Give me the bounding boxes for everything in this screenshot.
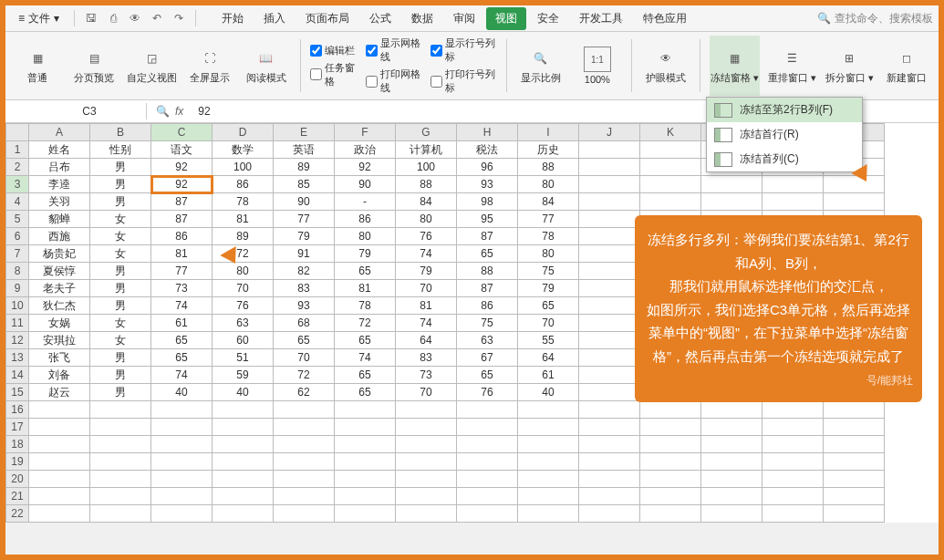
cell[interactable] (701, 176, 762, 193)
cell[interactable]: 男 (90, 159, 151, 176)
cell[interactable] (579, 505, 640, 523)
cell[interactable] (29, 471, 90, 488)
search-input[interactable]: 查找命令、搜索模板 (835, 11, 933, 26)
cell[interactable]: 81 (151, 245, 213, 263)
col-header[interactable]: C (151, 124, 213, 141)
cell[interactable]: 100 (396, 159, 457, 176)
cell[interactable]: 女娲 (29, 315, 90, 332)
cell[interactable]: 76 (457, 384, 518, 401)
cell[interactable]: 88 (457, 263, 518, 280)
cell[interactable]: 政治 (335, 141, 396, 159)
cell[interactable] (213, 419, 274, 436)
row-header[interactable]: 17 (6, 419, 29, 436)
cell[interactable]: 86 (457, 297, 518, 315)
print-icon[interactable]: ⎙ (104, 9, 122, 27)
cell[interactable] (579, 436, 640, 453)
cell[interactable]: 82 (274, 263, 335, 280)
cell[interactable]: 70 (396, 384, 457, 401)
cell[interactable]: 80 (396, 211, 457, 228)
cell[interactable]: 93 (274, 297, 335, 315)
cell[interactable]: 张飞 (29, 349, 90, 367)
cell[interactable]: 80 (335, 228, 396, 245)
cell[interactable] (701, 471, 762, 488)
cell[interactable] (824, 401, 885, 419)
cell[interactable] (274, 401, 335, 419)
cell[interactable] (518, 471, 579, 488)
cell[interactable] (518, 488, 579, 505)
cell[interactable] (274, 505, 335, 523)
cell[interactable] (579, 488, 640, 505)
cell[interactable] (824, 453, 885, 471)
tab-review[interactable]: 审阅 (444, 7, 484, 30)
cell[interactable] (90, 471, 151, 488)
cell[interactable] (90, 436, 151, 453)
cell[interactable]: 语文 (151, 141, 213, 159)
cell[interactable]: 68 (274, 315, 335, 332)
cell[interactable] (396, 488, 457, 505)
cell[interactable] (640, 401, 701, 419)
cell[interactable]: 女 (90, 228, 151, 245)
tab-insert[interactable]: 插入 (254, 7, 295, 30)
cell[interactable]: 65 (335, 367, 396, 384)
cell[interactable] (90, 401, 151, 419)
cell[interactable] (151, 488, 213, 505)
cell[interactable] (579, 176, 640, 193)
row-header[interactable]: 5 (6, 211, 29, 228)
cell[interactable]: 61 (151, 315, 213, 332)
cell[interactable]: 86 (151, 228, 213, 245)
freeze-to-cell[interactable]: 冻结至第2行B列(F) (707, 98, 862, 122)
cell[interactable]: 77 (518, 211, 579, 228)
cell[interactable]: 74 (151, 367, 213, 384)
row-header[interactable]: 20 (6, 471, 29, 488)
cell[interactable] (457, 488, 518, 505)
cell[interactable]: 74 (335, 349, 396, 367)
cell[interactable] (640, 488, 701, 505)
cell[interactable]: 男 (90, 280, 151, 297)
view-normal[interactable]: ▦普通 (13, 36, 62, 96)
cell[interactable] (701, 488, 762, 505)
cell[interactable] (762, 453, 824, 471)
cell[interactable] (579, 419, 640, 436)
cell[interactable]: 70 (396, 280, 457, 297)
cell[interactable] (274, 436, 335, 453)
cell[interactable]: 杨贵妃 (29, 245, 90, 263)
cell[interactable] (824, 505, 885, 523)
cell[interactable] (579, 245, 640, 263)
cell[interactable]: 90 (335, 176, 396, 193)
cell[interactable]: 65 (518, 297, 579, 315)
cell[interactable] (274, 471, 335, 488)
cell[interactable]: 女 (90, 211, 151, 228)
cell[interactable] (213, 488, 274, 505)
cell[interactable]: 男 (90, 263, 151, 280)
row-header[interactable]: 6 (6, 228, 29, 245)
cell[interactable]: 77 (151, 263, 213, 280)
cell[interactable] (579, 367, 640, 384)
cell[interactable]: 76 (396, 228, 457, 245)
cell[interactable]: 貂蝉 (29, 211, 90, 228)
cell[interactable]: 78 (213, 193, 274, 211)
cell[interactable] (640, 453, 701, 471)
cell[interactable] (274, 488, 335, 505)
cell[interactable]: 61 (518, 367, 579, 384)
cell[interactable]: 女 (90, 245, 151, 263)
cell[interactable] (579, 384, 640, 401)
cell[interactable] (335, 419, 396, 436)
cell[interactable]: 性别 (90, 141, 151, 159)
cell[interactable]: 历史 (518, 141, 579, 159)
freeze-panes[interactable]: ▦冻结窗格 ▾ (710, 36, 760, 96)
col-header[interactable]: B (90, 124, 151, 141)
chk-print-rowcol[interactable]: 打印行号列标 (431, 67, 497, 95)
cell[interactable] (640, 505, 701, 523)
row-header[interactable]: 15 (6, 384, 29, 401)
tab-dev[interactable]: 开发工具 (570, 7, 632, 30)
cell[interactable]: 80 (518, 176, 579, 193)
cell[interactable] (640, 436, 701, 453)
cell[interactable] (518, 453, 579, 471)
cell[interactable]: 86 (335, 211, 396, 228)
file-menu[interactable]: ≡ 文件 ▾ (11, 11, 67, 26)
col-header[interactable]: K (640, 124, 701, 141)
cell[interactable]: 70 (213, 280, 274, 297)
row-header[interactable]: 11 (6, 315, 29, 332)
cell[interactable]: 55 (518, 332, 579, 349)
col-header[interactable]: G (396, 124, 457, 141)
